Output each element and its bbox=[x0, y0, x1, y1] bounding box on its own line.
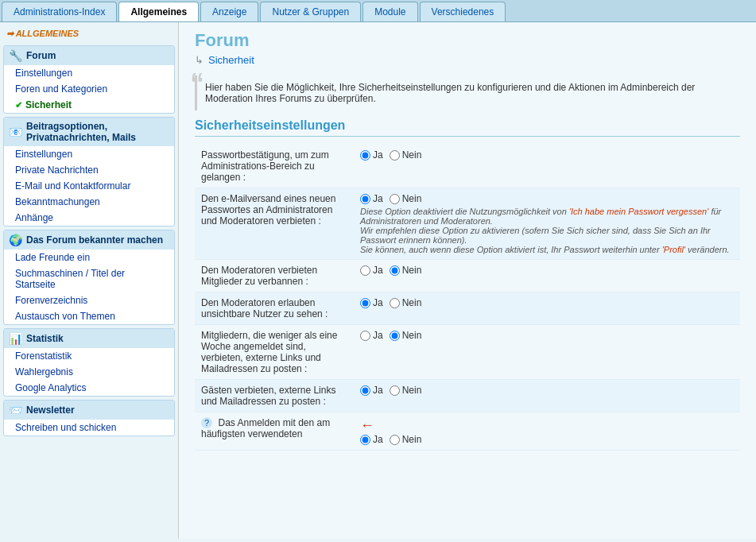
setting-value: Ja Nein bbox=[354, 380, 740, 412]
sidebar-item-forenverzeichnis[interactable]: Forenverzeichnis bbox=[4, 292, 174, 308]
sidebar-item-wahlergebnis[interactable]: Wahlergebnis bbox=[4, 364, 174, 380]
table-row: Den Moderatoren erlauben unsichtbare Nut… bbox=[195, 292, 740, 325]
radio-ja-mod-erlauben[interactable] bbox=[360, 298, 370, 308]
table-row: Mitgliedern, die weniger als eine Woche … bbox=[195, 325, 740, 380]
setting-label: ? Das Anmelden mit den am häufigsten ver… bbox=[195, 412, 354, 451]
radio-ja-mod-verbieten[interactable] bbox=[360, 265, 370, 276]
sidebar-item-forenstatistik[interactable]: Forenstatistik bbox=[4, 348, 174, 364]
radio-ja-passbestaetigung[interactable] bbox=[360, 150, 370, 161]
content-area: Forum Sicherheit Hier haben Sie die Mögl… bbox=[179, 22, 756, 539]
radio-nein-passbestaetigung[interactable] bbox=[390, 150, 400, 161]
sidebar-item-anhaenge[interactable]: Anhänge bbox=[4, 210, 174, 226]
radio-nein-label[interactable]: Nein bbox=[390, 297, 422, 308]
note-text-mailversand: Diese Option deaktiviert die Nutzungsmög… bbox=[360, 207, 734, 254]
table-row: Den Moderatoren verbieten Mitglieder zu … bbox=[195, 260, 740, 292]
radio-ja-mailversand[interactable] bbox=[360, 194, 370, 204]
radio-nein-label[interactable]: Nein bbox=[390, 193, 422, 204]
main-layout: ➡ ALLGEMEINES 🔧 Forum Einstellungen Fore… bbox=[0, 22, 756, 539]
sidebar-bekanntmachen-header: 🌍 Das Forum bekannter machen bbox=[4, 230, 174, 250]
sidebar-item-lade-freunde[interactable]: Lade Freunde ein bbox=[4, 250, 174, 265]
setting-label: Passwortbestätigung, um zum Administrati… bbox=[195, 145, 354, 188]
tab-administrations-index[interactable]: Administrations-Index bbox=[2, 2, 117, 21]
sidebar-item-google-analytics[interactable]: Google Analytics bbox=[4, 380, 174, 396]
sidebar-section-label: ➡ ALLGEMEINES bbox=[0, 25, 178, 42]
description-text: Hier haben Sie die Möglichkeit, Ihre Sic… bbox=[205, 82, 695, 104]
setting-value: Ja Nein bbox=[354, 325, 740, 380]
radio-group-mod-erlauben: Ja Nein bbox=[360, 297, 734, 308]
radio-group-gaeste: Ja Nein bbox=[360, 385, 734, 396]
radio-nein-label[interactable]: Nein bbox=[390, 265, 422, 276]
radio-group-mod-verbieten: Ja Nein bbox=[360, 265, 734, 276]
settings-title: Sicherheitseinstellungen bbox=[195, 118, 740, 137]
sidebar-item-einstellungen[interactable]: Einstellungen bbox=[4, 65, 174, 81]
radio-nein-mod-erlauben[interactable] bbox=[390, 298, 400, 308]
forum-icon: 🔧 bbox=[9, 49, 22, 62]
sidebar-item-austausch-themen[interactable]: Austausch von Themen bbox=[4, 308, 174, 324]
tab-anzeige[interactable]: Anzeige bbox=[200, 2, 258, 21]
note-link-profil: 'Profil' bbox=[662, 245, 685, 254]
sidebar-section-beitragsoptionen: 📧 Beitragsoptionen, Privatnachrichten, M… bbox=[3, 117, 175, 226]
radio-ja-label[interactable]: Ja bbox=[360, 297, 383, 308]
sidebar-item-einstellungen-2[interactable]: Einstellungen bbox=[4, 146, 174, 162]
sidebar-item-bekanntmachungen[interactable]: Bekanntmachungen bbox=[4, 194, 174, 210]
setting-value: Ja Nein Diese Option deaktiviert die Nut… bbox=[354, 188, 740, 260]
radio-nein-label[interactable]: Nein bbox=[390, 434, 422, 445]
table-row: ? Das Anmelden mit den am häufigsten ver… bbox=[195, 412, 740, 451]
note-link-passwort: 'Ich habe mein Passwort vergessen' bbox=[569, 207, 708, 216]
radio-nein-label[interactable]: Nein bbox=[390, 149, 422, 161]
tab-nutzer-gruppen[interactable]: Nutzer & Gruppen bbox=[260, 2, 361, 21]
sidebar-item-foren-kategorien[interactable]: Foren und Kategorien bbox=[4, 81, 174, 97]
radio-ja-gaeste[interactable] bbox=[360, 385, 370, 396]
radio-group-mailversand: Ja Nein bbox=[360, 193, 734, 204]
setting-label: Den Moderatoren erlauben unsichtbare Nut… bbox=[195, 292, 354, 325]
forum-breadcrumb: Sicherheit bbox=[195, 54, 740, 66]
radio-nein-mod-verbieten[interactable] bbox=[390, 265, 400, 276]
radio-ja-label[interactable]: Ja bbox=[360, 265, 383, 276]
sidebar-item-schreiben-schicken[interactable]: Schreiben und schicken bbox=[4, 420, 174, 436]
arrow-indicator: ← bbox=[360, 417, 374, 434]
radio-nein-gaeste[interactable] bbox=[390, 385, 400, 396]
radio-nein-anmelden[interactable] bbox=[390, 435, 400, 445]
top-tab-bar: Administrations-Index Allgemeines Anzeig… bbox=[0, 0, 756, 22]
sidebar-section-forum: 🔧 Forum Einstellungen Foren und Kategori… bbox=[3, 45, 175, 114]
newsletter-icon: 📨 bbox=[9, 404, 22, 416]
tab-module[interactable]: Module bbox=[362, 2, 417, 21]
tab-allgemeines[interactable]: Allgemeines bbox=[118, 2, 199, 21]
setting-value: Ja Nein bbox=[354, 260, 740, 292]
setting-label: Mitgliedern, die weniger als eine Woche … bbox=[195, 325, 354, 380]
radio-group-mitglieder-woche: Ja Nein bbox=[360, 330, 734, 341]
sidebar-item-private-nachrichten[interactable]: Private Nachrichten bbox=[4, 162, 174, 178]
sidebar-newsletter-header: 📨 Newsletter bbox=[4, 401, 174, 420]
radio-ja-mitglieder-woche[interactable] bbox=[360, 331, 370, 341]
table-row: Gästen verbieten, externe Links und Mail… bbox=[195, 380, 740, 412]
sidebar-beitragsoptionen-header: 📧 Beitragsoptionen, Privatnachrichten, M… bbox=[4, 118, 174, 146]
globe-icon: 🌍 bbox=[9, 234, 22, 246]
sidebar-item-suchmaschinen[interactable]: Suchmaschinen / Titel der Startseite bbox=[4, 265, 174, 292]
mail-icon: 📧 bbox=[9, 126, 22, 138]
sidebar-item-email-kontakt[interactable]: E-Mail und Kontaktformular bbox=[4, 178, 174, 194]
tab-verschiedenes[interactable]: Verschiedenes bbox=[420, 2, 506, 21]
radio-ja-label[interactable]: Ja bbox=[360, 330, 383, 341]
setting-label: Den Moderatoren verbieten Mitglieder zu … bbox=[195, 260, 354, 292]
radio-ja-label[interactable]: Ja bbox=[360, 149, 383, 161]
settings-area: Sicherheitseinstellungen Passwortbestäti… bbox=[195, 118, 740, 451]
radio-group-passbestaetigung: Ja Nein bbox=[360, 149, 734, 161]
radio-ja-label[interactable]: Ja bbox=[360, 193, 383, 204]
settings-table: Passwortbestätigung, um zum Administrati… bbox=[195, 145, 740, 451]
setting-value: Ja Nein bbox=[354, 292, 740, 325]
chart-icon: 📊 bbox=[9, 332, 22, 345]
radio-nein-mailversand[interactable] bbox=[390, 194, 400, 204]
radio-nein-label[interactable]: Nein bbox=[390, 330, 422, 341]
sidebar-forum-header: 🔧 Forum bbox=[4, 46, 174, 65]
radio-nein-label[interactable]: Nein bbox=[390, 385, 422, 396]
radio-nein-mitglieder-woche[interactable] bbox=[390, 331, 400, 341]
setting-label: Gästen verbieten, externe Links und Mail… bbox=[195, 380, 354, 412]
sidebar: ➡ ALLGEMEINES 🔧 Forum Einstellungen Fore… bbox=[0, 22, 179, 539]
sidebar-item-sicherheit[interactable]: Sicherheit bbox=[4, 97, 174, 113]
sidebar-section-bekanntmachen: 🌍 Das Forum bekannter machen Lade Freund… bbox=[3, 230, 175, 325]
radio-group-anmelden: Ja Nein bbox=[360, 434, 734, 445]
radio-ja-label[interactable]: Ja bbox=[360, 434, 383, 445]
question-icon: ? bbox=[201, 417, 212, 428]
radio-ja-anmelden[interactable] bbox=[360, 435, 370, 445]
radio-ja-label[interactable]: Ja bbox=[360, 385, 383, 396]
